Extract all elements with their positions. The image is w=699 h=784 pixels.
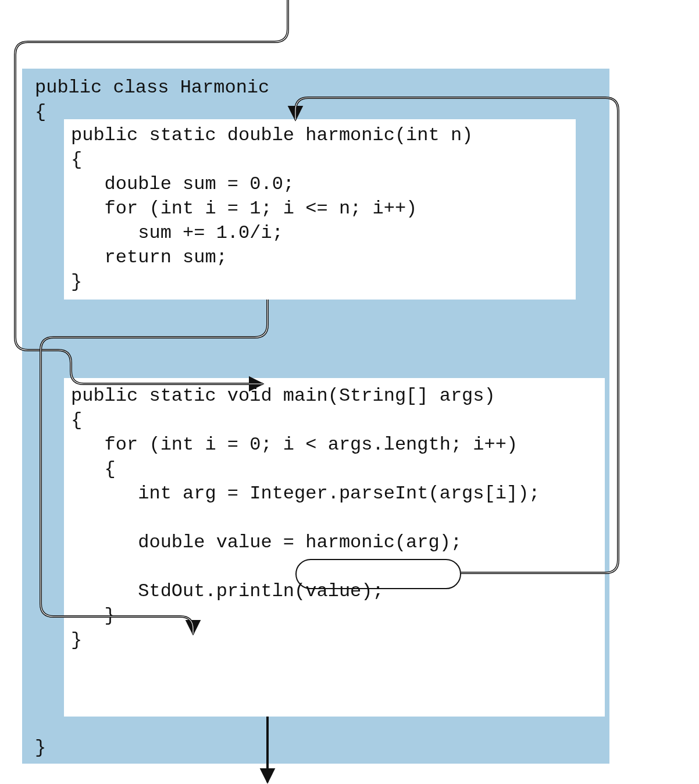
class-header: public class Harmonic { [35,76,269,124]
function-call-highlight [295,559,461,589]
diagram-canvas: public class Harmonic { } public static … [0,0,699,784]
harmonic-method-code: public static double harmonic(int n) { d… [71,123,473,294]
class-footer: } [35,736,46,760]
main-method-code: public static void main(String[] args) {… [71,384,540,653]
